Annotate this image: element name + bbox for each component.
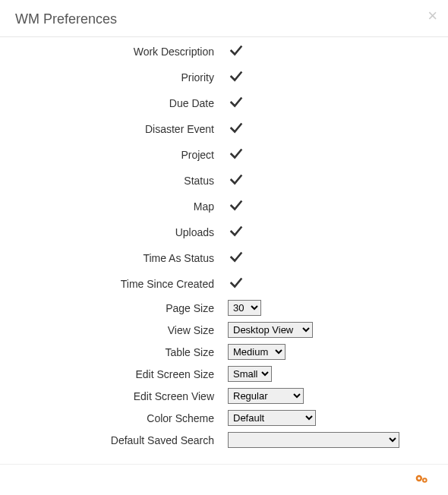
select-row-table-size: Table SizeMedium (0, 341, 448, 363)
svg-point-3 (424, 479, 426, 481)
table-size-select[interactable]: Medium (228, 344, 286, 360)
select-label: Default Saved Search (0, 429, 228, 451)
preferences-form: Request TypeRequestor NameRequestor Phon… (0, 37, 448, 451)
check-icon[interactable] (228, 222, 245, 239)
settings-gears-icon[interactable] (415, 472, 430, 487)
toggle-label: Time As Status (0, 245, 228, 271)
toggle-label: Work Description (0, 39, 228, 65)
toggle-label: Due Date (0, 90, 228, 116)
toggle-row: Work Description (0, 39, 448, 65)
toggle-row: Project (0, 142, 448, 168)
select-label: View Size (0, 319, 228, 341)
check-icon[interactable] (228, 274, 245, 291)
check-icon[interactable] (228, 171, 245, 188)
check-icon[interactable] (228, 119, 245, 136)
toggle-row: Time Since Created (0, 271, 448, 297)
toggle-row: Map (0, 194, 448, 219)
toggle-label: Map (0, 194, 228, 219)
toggle-row: Disaster Event (0, 116, 448, 142)
toggle-label: Project (0, 142, 228, 168)
toggle-row: Due Date (0, 90, 448, 116)
check-icon[interactable] (228, 145, 245, 162)
toggle-label: Uploads (0, 219, 228, 245)
select-label: Edit Screen Size (0, 363, 228, 385)
select-row-color-scheme: Color SchemeDefault (0, 407, 448, 429)
toggle-row: Priority (0, 65, 448, 90)
toggle-row: Uploads (0, 219, 448, 245)
color-scheme-select[interactable]: Default (228, 410, 316, 426)
select-label: Color Scheme (0, 407, 228, 429)
edit-screen-size-select[interactable]: Small (228, 366, 272, 382)
check-icon[interactable] (228, 197, 245, 213)
select-row-default-saved-search: Default Saved Search (0, 429, 448, 451)
modal-body: Request TypeRequestor NameRequestor Phon… (0, 37, 448, 459)
select-row-page-size: Page Size30 (0, 297, 448, 319)
toggle-label: Time Since Created (0, 271, 228, 297)
modal-footer (0, 464, 448, 495)
select-row-edit-screen-view: Edit Screen ViewRegular (0, 385, 448, 407)
select-label: Page Size (0, 297, 228, 319)
toggle-row: Status (0, 168, 448, 194)
view-size-select[interactable]: Desktop View (228, 322, 313, 338)
check-icon[interactable] (228, 248, 245, 265)
close-button[interactable]: × (427, 8, 437, 24)
toggle-label: Status (0, 168, 228, 194)
select-row-edit-screen-size: Edit Screen SizeSmall (0, 363, 448, 385)
page-size-select[interactable]: 30 (228, 300, 261, 316)
svg-point-1 (418, 477, 420, 479)
default-saved-search-select[interactable] (228, 432, 399, 448)
edit-screen-view-select[interactable]: Regular (228, 388, 304, 404)
toggle-row: Time As Status (0, 245, 448, 271)
modal-header: WM Preferences × (0, 0, 448, 37)
select-label: Edit Screen View (0, 385, 228, 407)
check-icon[interactable] (228, 68, 245, 84)
close-icon: × (427, 6, 437, 25)
select-row-view-size: View SizeDesktop View (0, 319, 448, 341)
select-label: Table Size (0, 341, 228, 363)
check-icon[interactable] (228, 42, 245, 58)
check-icon[interactable] (228, 93, 245, 110)
toggle-label: Priority (0, 65, 228, 90)
toggle-label: Disaster Event (0, 116, 228, 142)
modal-title: WM Preferences (15, 11, 433, 27)
